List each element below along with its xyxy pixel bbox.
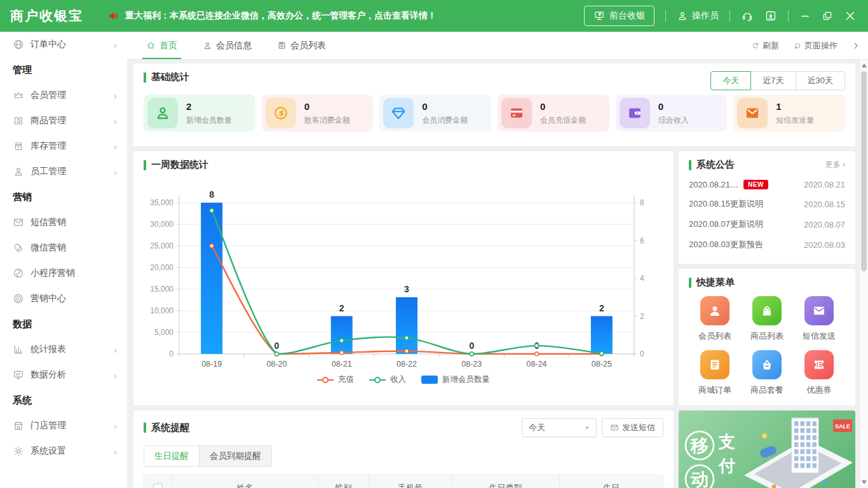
- tab-home[interactable]: 首页: [146, 32, 177, 59]
- app-logo: 商户收银宝: [0, 7, 108, 25]
- quick-sms-send[interactable]: 短信发送: [793, 296, 845, 342]
- operator-menu[interactable]: 操作员: [677, 10, 719, 22]
- sidebar-item-wechat-marketing[interactable]: 微信营销: [0, 235, 127, 261]
- column-phone: 手机号: [369, 475, 452, 488]
- range-30days-button[interactable]: 近30天: [796, 71, 845, 90]
- svg-text:8: 8: [640, 198, 644, 207]
- sidebar-item-product-mgmt[interactable]: 商品管理›: [0, 108, 127, 133]
- main-content: 基础统计 今天 近7天 近30天 2新增会员数量 $ 0散客消费金额 0会员消费…: [127, 60, 859, 488]
- tab-member-list[interactable]: 会员列表: [277, 32, 326, 59]
- svg-text:08-21: 08-21: [332, 360, 352, 369]
- reminder-title: 系统提醒: [144, 422, 189, 434]
- refresh-button[interactable]: 刷新: [751, 40, 779, 51]
- tab-bar: 首页 会员信息 会员列表 刷新 页面操作: [127, 32, 868, 60]
- person-icon: [13, 166, 24, 177]
- miniprogram-icon: [13, 268, 24, 279]
- close-icon[interactable]: [844, 10, 857, 22]
- notice-item[interactable]: 2020.08.15更新说明 2020.08.15: [689, 198, 845, 210]
- range-today-button[interactable]: 今天: [710, 71, 751, 90]
- select-all-checkbox[interactable]: [153, 484, 163, 488]
- tab-member-info[interactable]: 会员信息: [203, 32, 252, 59]
- sidebar-section-management: 管理: [0, 57, 127, 83]
- scroll-up-arrow[interactable]: [860, 61, 868, 70]
- sidebar-item-data-analysis[interactable]: 数据分析›: [0, 362, 127, 388]
- topbar-actions: ¥ 前台收银 操作员: [584, 6, 868, 26]
- tabbar-actions: 刷新 页面操作: [751, 32, 868, 59]
- stat-credit-card-icon: [501, 98, 532, 128]
- operator-icon: [677, 10, 688, 22]
- svg-text:08-19: 08-19: [201, 360, 222, 369]
- svg-text:08-20: 08-20: [266, 360, 287, 369]
- bar-chart-icon: [13, 344, 24, 355]
- sidebar-item-system-settings[interactable]: 系统设置›: [0, 438, 127, 464]
- shopping-bag-tile-icon: [752, 296, 782, 325]
- tab-birthday-reminder[interactable]: 生日提醒: [144, 445, 200, 467]
- new-badge: NEW: [743, 180, 768, 189]
- quick-coupons[interactable]: 优惠券: [793, 350, 845, 396]
- notice-item[interactable]: 2020.08.03更新预告 2020.08.03: [689, 239, 845, 250]
- gear-icon: [13, 445, 24, 457]
- select-all-cell: [144, 475, 172, 488]
- send-sms-button[interactable]: 发送短信: [602, 418, 663, 437]
- stat-diamond-icon: [383, 98, 414, 128]
- svg-text:移: 移: [690, 436, 709, 456]
- quick-product-combo[interactable]: 商品套餐: [741, 350, 793, 396]
- target-icon: [13, 293, 24, 304]
- support-headset-icon[interactable]: [741, 10, 754, 22]
- svg-text:¥: ¥: [598, 12, 602, 17]
- weekly-chart-title: 一周数据统计: [144, 159, 663, 171]
- stat-card-member-recharge: 0会员充值金额: [498, 95, 609, 132]
- svg-text:08-24: 08-24: [527, 360, 547, 369]
- column-birthday: 生日: [560, 475, 663, 488]
- sidebar-item-store-mgmt[interactable]: 门店管理›: [0, 413, 127, 438]
- sidebar-item-order-center[interactable]: 订单中心›: [0, 32, 127, 57]
- scroll-down-arrow[interactable]: [860, 478, 868, 487]
- person-icon: [203, 41, 212, 50]
- front-cashier-button[interactable]: ¥ 前台收银: [584, 6, 654, 26]
- sidebar-item-sms-marketing[interactable]: 短信营销: [0, 210, 127, 235]
- stat-card-member-spend: 0会员消费金额: [379, 95, 491, 132]
- svg-text:5,000: 5,000: [154, 328, 173, 337]
- column-gender: 性别: [318, 475, 369, 488]
- stat-card-sms-sent: 1短信发送量: [733, 95, 845, 132]
- sidebar-item-miniprogram-marketing[interactable]: 小程序营销: [0, 261, 127, 286]
- front-cashier-label: 前台收银: [609, 10, 645, 22]
- quick-mall-orders[interactable]: 商城订单: [689, 350, 741, 396]
- svg-text:0: 0: [469, 341, 474, 351]
- legend-recharge[interactable]: 充值: [317, 374, 354, 385]
- range-7days-button[interactable]: 近7天: [750, 71, 796, 90]
- minimize-icon[interactable]: [799, 10, 811, 22]
- sidebar-item-stats-report[interactable]: 统计报表›: [0, 337, 127, 362]
- tab-member-expiry-reminder[interactable]: 会员到期提醒: [199, 445, 272, 467]
- chart-legend: 充值 收入 新增会员数量: [144, 374, 663, 385]
- system-reminder-panel: 系统提醒 今天 ▼ 发送短信 生日提醒 会员到期提醒: [133, 410, 674, 488]
- svg-text:动: 动: [690, 470, 709, 488]
- clipboard-list-icon: [277, 41, 287, 50]
- legend-income[interactable]: 收入: [369, 374, 406, 385]
- legend-new-members[interactable]: 新增会员数量: [421, 374, 490, 385]
- chevron-right-icon[interactable]: [851, 41, 860, 50]
- quick-product-list[interactable]: 商品列表: [741, 296, 793, 342]
- announcement-bar[interactable]: 重大福利：本系统已连接企业微信，高效办公，统一管理客户，点击查看详情！: [108, 10, 437, 22]
- notice-item[interactable]: 2020.08.07更新说明 2020.08.07: [689, 219, 845, 230]
- scrollbar-thumb[interactable]: [861, 71, 867, 271]
- svg-text:20,000: 20,000: [150, 263, 173, 272]
- restore-window-icon[interactable]: [822, 10, 833, 22]
- svg-text:10,000: 10,000: [150, 306, 173, 315]
- sidebar-item-inventory-mgmt[interactable]: 库存管理›: [0, 133, 127, 159]
- mobile-pay-promo-banner[interactable]: SALE移动支付: [679, 410, 855, 488]
- sidebar-item-staff-mgmt[interactable]: 员工管理›: [0, 159, 127, 184]
- download-icon[interactable]: [764, 10, 777, 22]
- circular-arrow-icon: [793, 41, 802, 50]
- sidebar-item-marketing-center[interactable]: 营销中心: [0, 286, 127, 311]
- weekly-chart[interactable]: 05,00010,00015,00020,00025,00030,00035,0…: [144, 175, 663, 373]
- wechat-icon: [13, 242, 24, 254]
- column-birthday-type: 生日类型: [452, 475, 560, 488]
- page-ops-button[interactable]: 页面操作: [793, 40, 837, 51]
- quick-member-list[interactable]: 会员列表: [689, 296, 741, 342]
- sidebar-item-member-mgmt[interactable]: 会员管理›: [0, 83, 127, 108]
- home-icon: [146, 41, 156, 50]
- notice-item[interactable]: 2020.08.21…NEW 2020.08.21: [689, 180, 845, 189]
- reminder-filter-select[interactable]: 今天 ▼: [522, 418, 597, 437]
- notice-more-link[interactable]: 更多 ›: [825, 159, 845, 170]
